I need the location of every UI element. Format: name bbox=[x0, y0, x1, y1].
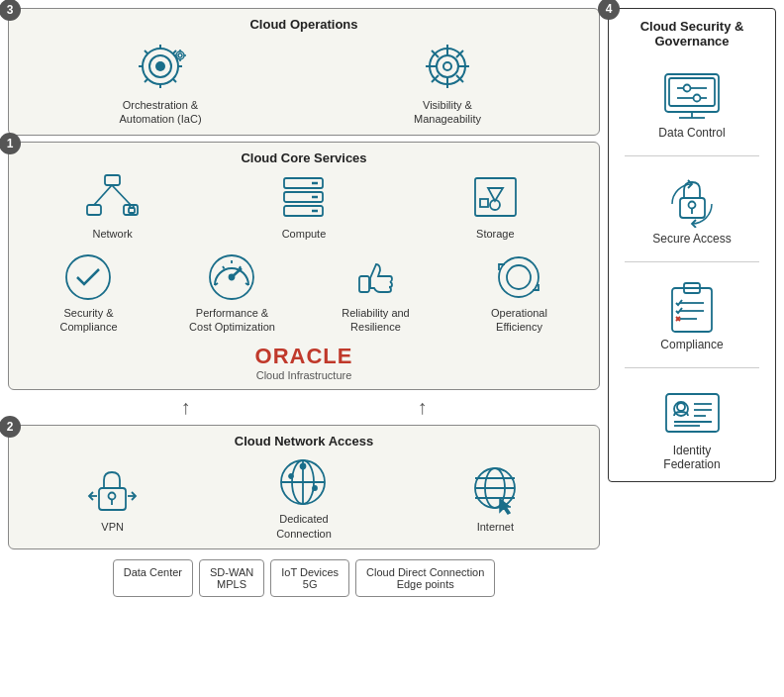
internet-icon bbox=[468, 464, 523, 516]
divider-1 bbox=[625, 155, 760, 156]
compliance-item: Compliance bbox=[617, 278, 767, 351]
security-compliance-label: Security &Compliance bbox=[59, 306, 117, 335]
svg-point-93 bbox=[677, 403, 685, 411]
data-control-item: Data Control bbox=[617, 66, 767, 140]
oracle-sub-text: Cloud Infrastructure bbox=[17, 369, 591, 381]
internet-label: Internet bbox=[477, 520, 514, 534]
network-access-icons: VPN bbox=[17, 456, 591, 541]
svg-rect-74 bbox=[669, 78, 715, 106]
network-icon bbox=[85, 173, 140, 223]
orchestration-item: Orchestration &Automation (IaC) bbox=[116, 40, 205, 127]
svg-line-7 bbox=[173, 79, 176, 82]
dedicated-label: Dedicated Connection bbox=[259, 512, 348, 541]
data-control-icon bbox=[657, 66, 727, 122]
core-services-bottom-row: Security &Compliance bbox=[17, 250, 591, 335]
arrow-up-left: ↑ bbox=[181, 396, 191, 419]
visibility-label: Visibility &Manageability bbox=[414, 98, 481, 127]
svg-line-31 bbox=[94, 185, 112, 205]
svg-point-78 bbox=[684, 85, 691, 92]
secure-access-label: Secure Access bbox=[652, 232, 731, 246]
main-container: 3 Cloud Operations bbox=[0, 0, 784, 697]
cloud-ops-section: 3 Cloud Operations bbox=[8, 8, 600, 136]
core-services-section: 1 Cloud Core Services bbox=[8, 142, 600, 391]
secure-access-item: Secure Access bbox=[617, 172, 767, 246]
right-panel-wrapper: 4 Cloud Security &Governance bbox=[608, 8, 776, 689]
security-compliance-icon bbox=[61, 250, 116, 302]
svg-point-11 bbox=[176, 51, 184, 59]
compliance-label: Compliance bbox=[660, 338, 723, 351]
dedicated-icon bbox=[271, 456, 336, 508]
storage-icon bbox=[468, 173, 523, 223]
vpn-label: VPN bbox=[101, 520, 124, 534]
operational-item: OperationalEfficiency bbox=[475, 250, 564, 335]
internet-item: Internet bbox=[450, 464, 539, 534]
svg-point-65 bbox=[301, 464, 306, 469]
svg-point-19 bbox=[443, 62, 451, 70]
orchestration-label: Orchestration &Automation (IaC) bbox=[119, 98, 201, 127]
visibility-icon bbox=[418, 40, 477, 94]
right-panel: Cloud Security &Governance bbox=[608, 8, 776, 482]
visibility-item: Visibility &Manageability bbox=[403, 40, 492, 127]
operational-label: OperationalEfficiency bbox=[491, 306, 547, 335]
svg-rect-29 bbox=[87, 205, 101, 215]
svg-point-55 bbox=[507, 265, 531, 289]
compute-label: Compute bbox=[282, 227, 327, 241]
security-compliance-item: Security &Compliance bbox=[45, 250, 134, 335]
svg-line-6 bbox=[145, 50, 147, 53]
svg-point-66 bbox=[289, 474, 293, 478]
arrow-up-right: ↑ bbox=[418, 396, 428, 419]
performance-item: Performance &Cost Optimization bbox=[188, 250, 277, 335]
svg-line-8 bbox=[173, 50, 176, 53]
cloud-ops-title: Cloud Operations bbox=[17, 17, 591, 32]
svg-line-32 bbox=[112, 185, 131, 205]
reliability-icon bbox=[348, 250, 403, 302]
svg-point-47 bbox=[230, 274, 235, 279]
performance-label: Performance &Cost Optimization bbox=[189, 306, 275, 335]
oracle-logo-text: ORACLE bbox=[17, 344, 591, 369]
svg-point-10 bbox=[155, 61, 165, 71]
network-label: Network bbox=[92, 227, 132, 241]
data-control-label: Data Control bbox=[658, 126, 725, 140]
svg-point-57 bbox=[109, 492, 116, 499]
secure-access-icon bbox=[660, 172, 725, 228]
network-access-section: 2 Cloud Network Access bbox=[8, 425, 600, 549]
svg-point-12 bbox=[178, 53, 182, 57]
network-access-title: Cloud Network Access bbox=[17, 434, 591, 448]
svg-marker-41 bbox=[488, 188, 503, 201]
oracle-branding: ORACLE Cloud Infrastructure bbox=[17, 344, 591, 381]
svg-point-80 bbox=[694, 95, 701, 102]
tag-sdwan: SD-WANMPLS bbox=[199, 559, 264, 597]
reliability-label: Reliability andResilience bbox=[342, 306, 409, 335]
operational-icon bbox=[492, 250, 546, 302]
identity-item: IdentityFederation bbox=[617, 384, 767, 471]
svg-line-9 bbox=[145, 79, 147, 82]
svg-rect-33 bbox=[129, 208, 135, 213]
tag-clouddirect: Cloud Direct ConnectionEdge points bbox=[355, 559, 495, 597]
compliance-icon bbox=[662, 278, 722, 334]
svg-point-44 bbox=[66, 255, 110, 299]
svg-rect-92 bbox=[674, 402, 688, 416]
performance-icon bbox=[205, 250, 259, 302]
storage-label: Storage bbox=[476, 227, 515, 241]
cloud-ops-icons: Orchestration &Automation (IaC) bbox=[17, 40, 591, 127]
reliability-item: Reliability andResilience bbox=[332, 250, 421, 335]
bottom-bar: Data Center SD-WANMPLS IoT Devices5G Clo… bbox=[8, 559, 600, 597]
vpn-item: VPN bbox=[68, 464, 157, 534]
network-item: Network bbox=[68, 173, 157, 241]
svg-line-49 bbox=[223, 266, 225, 269]
vpn-icon bbox=[85, 464, 140, 516]
compute-icon bbox=[276, 173, 331, 223]
svg-rect-84 bbox=[672, 288, 712, 332]
svg-rect-43 bbox=[480, 199, 488, 207]
identity-label: IdentityFederation bbox=[663, 444, 720, 471]
right-panel-title: Cloud Security &Governance bbox=[640, 19, 744, 49]
core-services-title: Cloud Core Services bbox=[17, 150, 591, 165]
dedicated-item: Dedicated Connection bbox=[259, 456, 348, 541]
svg-point-67 bbox=[313, 486, 317, 490]
section-number-1: 1 bbox=[0, 133, 21, 154]
tag-iot: IoT Devices5G bbox=[270, 559, 349, 597]
tag-datacenter: Data Center bbox=[113, 559, 193, 597]
orchestration-icon bbox=[131, 40, 190, 94]
arrows-row: ↑ ↑ bbox=[8, 396, 600, 419]
svg-point-18 bbox=[437, 55, 458, 77]
